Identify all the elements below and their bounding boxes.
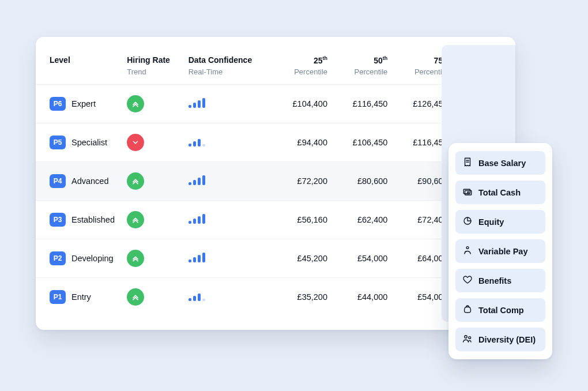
col-sub-hiring: Trend [127,67,189,85]
menu-item-label: Total Cash [478,188,521,197]
svg-point-5 [465,336,468,339]
menu-item-label: Variable Pay [478,247,527,256]
level-badge: P2 [50,251,66,265]
cell-p50: £54,000 [327,239,387,277]
level-name: Specialist [71,138,107,147]
cell-p50: £116,450 [327,84,387,123]
people-icon [462,333,473,345]
cell-p25: £35,200 [266,277,327,316]
hand-icon [462,245,473,257]
table-row[interactable]: P6Expert£104,400£116,450£126,450£120,450 [36,84,515,123]
table-row[interactable]: P1Entry£35,200£44,000£54,000 [36,277,515,316]
cell-p25: £56,160 [266,200,327,239]
level-name: Developing [71,254,114,263]
menu-item-label: Diversity (DEI) [478,335,536,344]
bag-icon [462,304,473,316]
cell-p50: £44,000 [327,277,387,316]
col-header-target[interactable]: Target: 60th [448,50,515,67]
confidence-bars-icon [189,84,266,123]
cell-p25: £45,200 [266,239,327,277]
level-badge: P5 [50,136,66,149]
level-badge: P4 [50,174,66,188]
menu-item-total-comp[interactable]: Total Comp [455,298,545,322]
menu-item-diversity-dei[interactable]: Diversity (DEI) [455,328,545,351]
menu-item-total-cash[interactable]: Total Cash [455,181,545,204]
level-name: Established [71,215,115,224]
trend-up-icon [127,211,144,228]
receipt-icon [462,157,473,169]
cell-p50: £106,450 [327,123,387,161]
trend-up-icon [127,288,144,306]
col-header-level[interactable]: Level [36,50,127,67]
col-header-p75[interactable]: 75th [387,50,447,67]
cell-p25: £94,400 [266,123,327,161]
level-name: Entry [71,292,91,302]
table-row[interactable]: P5Specialist£94,400£106,450£116,450£110,… [36,123,515,161]
salary-table-card: Level Hiring Rate Data Confidence 25th 5… [36,37,515,330]
table-row[interactable]: P3Established£56,160£62,400£72,400 [36,200,515,239]
col-header-p25[interactable]: 25th [266,50,327,67]
menu-item-label: Total Comp [478,306,524,315]
col-sub-p25: Percentile [266,67,327,85]
col-header-confidence[interactable]: Data Confidence [189,50,266,67]
col-sub-p75: Percentile [387,67,447,85]
svg-point-4 [466,247,469,249]
level-badge: P3 [50,213,66,227]
cell-p50: £62,400 [327,200,387,239]
trend-down-icon [127,134,144,151]
cell-p75: £64,000 [387,239,447,277]
cell-p75: £90,600 [387,161,447,200]
menu-item-label: Equity [478,217,504,227]
trend-up-icon [127,250,144,267]
confidence-bars-icon [189,161,266,200]
menu-item-label: Benefits [478,276,511,285]
col-header-p50[interactable]: 50th [327,50,387,67]
cell-p75: £126,450 [387,84,447,123]
level-name: Advanced [71,176,109,186]
table-row[interactable]: P4Advanced£72,200£80,600£90,600 [36,161,515,200]
confidence-bars-icon [189,239,266,277]
cell-target: £120,450 [448,84,515,123]
pie-icon [462,216,473,228]
cash-icon [462,186,473,198]
col-sub-confidence: Real-Time [189,67,266,85]
confidence-bars-icon [189,200,266,239]
col-sub-p50: Percentile [327,67,387,85]
svg-point-6 [469,337,471,339]
salary-table: Level Hiring Rate Data Confidence 25th 5… [36,50,515,316]
table-row[interactable]: P2Developing£45,200£54,000£64,000 [36,239,515,277]
level-name: Expert [71,99,96,108]
menu-item-benefits[interactable]: Benefits [455,269,545,292]
confidence-bars-icon [189,277,266,316]
menu-item-variable-pay[interactable]: Variable Pay [455,239,545,263]
cell-p75: £116,450 [387,123,447,161]
cell-p75: £54,000 [387,277,447,316]
level-badge: P1 [50,290,66,304]
heart-icon [462,275,473,287]
confidence-bars-icon [189,123,266,161]
menu-item-base-salary[interactable]: Base Salary [455,151,545,175]
category-menu: Base SalaryTotal CashEquityVariable PayB… [448,143,552,359]
cell-p25: £104,400 [266,84,327,123]
col-header-hiring[interactable]: Hiring Rate [127,50,189,67]
cell-p25: £72,200 [266,161,327,200]
menu-item-equity[interactable]: Equity [455,210,545,234]
trend-up-icon [127,172,144,190]
cell-p50: £80,600 [327,161,387,200]
col-sub-target: Percentile [448,67,515,85]
svg-point-2 [468,192,469,194]
level-badge: P6 [50,97,66,111]
trend-up-icon [127,95,144,112]
menu-item-label: Base Salary [478,159,526,168]
cell-p75: £72,400 [387,200,447,239]
